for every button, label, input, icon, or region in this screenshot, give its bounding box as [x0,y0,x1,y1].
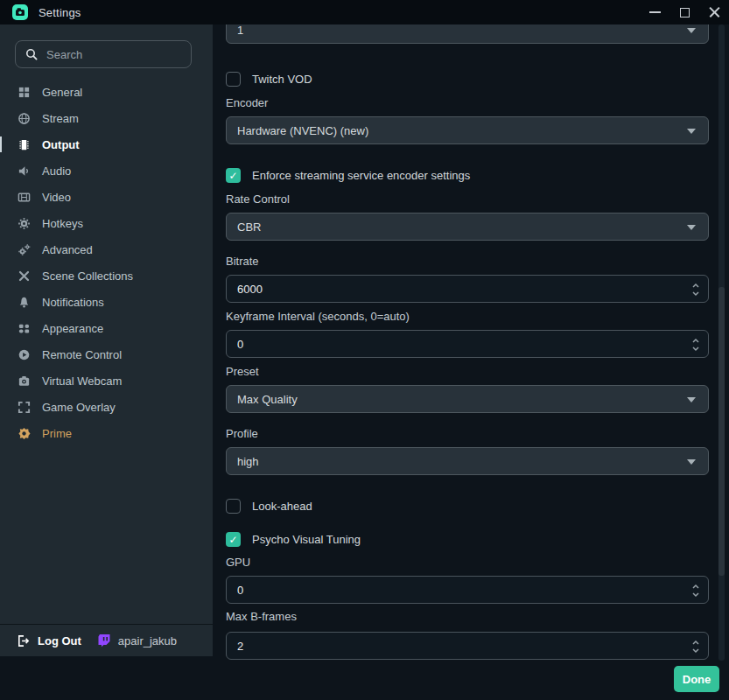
sidebar-item-remote-control[interactable]: Remote Control [0,341,213,368]
checkbox-checked-icon[interactable]: ✓ [226,532,241,547]
max-b-frames-input[interactable] [227,640,708,653]
twitch-vod-checkbox-row[interactable]: Twitch VOD [226,72,709,87]
encoder-label: Encoder [226,97,709,109]
gpu-field [226,576,709,604]
sidebar-item-video[interactable]: Video [0,184,213,210]
bitrate-field [226,275,709,303]
sidebar-item-notifications[interactable]: Notifications [0,289,213,315]
logout-button[interactable]: Log Out [17,634,81,648]
sidebar-item-label: Notifications [42,296,104,309]
sidebar-footer: Log Out apair_jakub [0,624,213,656]
checkbox-label: Enforce streaming service encoder settin… [252,169,470,182]
select-value: CBR [237,220,261,234]
play-circle-icon [17,347,31,361]
select-value: Max Quality [237,393,298,406]
globe-icon [17,111,31,125]
logout-icon [17,634,30,648]
stepper-icon[interactable] [690,281,701,298]
sidebar-item-label: Stream [42,112,79,125]
maximize-button[interactable] [669,0,699,24]
max-b-frames-label: Max B-frames [226,611,709,623]
sidebar-item-label: Output [42,138,80,151]
account-info[interactable]: apair_jakub [97,634,177,648]
scrollbar-thumb[interactable] [718,287,725,576]
scroll-area: 1 Twitch VOD Encoder Hardware (NVENC) (n… [213,24,729,661]
film-icon [17,190,31,204]
settings-sidebar: Search General Stream [0,24,213,656]
bell-icon [17,295,31,309]
stepper-icon[interactable] [690,638,701,655]
look-ahead-checkbox-row[interactable]: Look-ahead [226,499,709,514]
max-b-frames-field [226,632,709,660]
checkbox-label: Look-ahead [252,500,312,513]
checkbox-checked-icon[interactable]: ✓ [226,168,241,183]
checkbox-unchecked-icon[interactable] [226,499,241,514]
sidebar-item-hotkeys[interactable]: Hotkeys [0,210,213,236]
username-label: apair_jakub [118,634,177,648]
sidebar-item-game-overlay[interactable]: Game Overlay [0,394,213,420]
keyframe-interval-field [226,330,709,358]
logout-label: Log Out [38,634,81,648]
stepper-icon[interactable] [690,336,701,354]
minimize-icon [649,11,661,13]
sidebar-item-label: Prime [42,427,72,440]
sidebar-item-stream[interactable]: Stream [0,105,213,131]
app-logo-icon [12,4,28,20]
title-bar: Settings [0,0,729,24]
profile-select[interactable]: high [226,447,709,475]
sidebar-item-general[interactable]: General [0,79,213,105]
camera-icon [17,374,31,388]
bitrate-label: Bitrate [226,256,709,268]
expand-icon [17,400,31,414]
sidebar-item-label: Scene Collections [42,270,133,283]
stepper-icon[interactable] [690,582,701,599]
sidebar-nav: General Stream Output [0,79,213,446]
preset-label: Preset [226,366,709,378]
sidebar-item-label: Game Overlay [42,401,116,414]
gpu-input[interactable] [227,584,708,597]
preset-select[interactable]: Max Quality [226,385,709,413]
twitch-icon [97,634,111,648]
grid-icon [17,85,31,99]
keyframe-interval-input[interactable] [227,338,708,351]
profile-label: Profile [226,428,709,440]
speaker-icon [17,164,31,178]
chevron-down-icon [687,397,696,402]
window-title: Settings [39,6,81,19]
psycho-visual-checkbox-row[interactable]: ✓ Psycho Visual Tuning [226,532,709,547]
search-icon [25,47,39,61]
bitrate-input[interactable] [227,283,708,296]
sidebar-item-appearance[interactable]: Appearance [0,315,213,341]
sidebar-item-virtual-webcam[interactable]: Virtual Webcam [0,368,213,394]
close-button[interactable] [699,0,729,24]
sidebar-item-scene-collections[interactable]: Scene Collections [0,262,213,289]
sidebar-item-label: Appearance [42,322,103,335]
search-placeholder: Search [46,48,82,61]
chevron-down-icon [687,225,696,230]
sidebar-item-label: Hotkeys [42,217,83,230]
search-input[interactable]: Search [15,40,192,68]
sidebar-item-label: Video [42,191,71,204]
sidebar-item-prime[interactable]: Prime [0,420,213,446]
sidebar-item-advanced[interactable]: Advanced [0,236,213,262]
enforce-checkbox-row[interactable]: ✓ Enforce streaming service encoder sett… [226,168,709,183]
checkbox-unchecked-icon[interactable] [226,72,241,87]
select-value: high [237,455,259,468]
sidebar-item-label: Virtual Webcam [42,374,122,388]
minimize-button[interactable] [640,0,669,24]
chevron-down-icon [687,28,696,33]
sidebar-item-label: General [42,86,82,99]
tools-icon [17,269,31,283]
rate-control-select[interactable]: CBR [226,213,709,241]
keyframe-interval-label: Keyframe Interval (seconds, 0=auto) [226,311,709,323]
done-button[interactable]: Done [674,666,719,692]
audio-track-select[interactable]: 1 [226,24,709,44]
settings-content: 1 Twitch VOD Encoder Hardware (NVENC) (n… [213,24,729,700]
sidebar-item-audio[interactable]: Audio [0,158,213,184]
gear-icon [17,216,31,230]
chip-icon [17,137,31,151]
scrollbar[interactable] [718,24,725,661]
encoder-select[interactable]: Hardware (NVENC) (new) [226,116,709,144]
settings-window: Settings Search [0,0,729,700]
sidebar-item-output[interactable]: Output [0,131,213,158]
